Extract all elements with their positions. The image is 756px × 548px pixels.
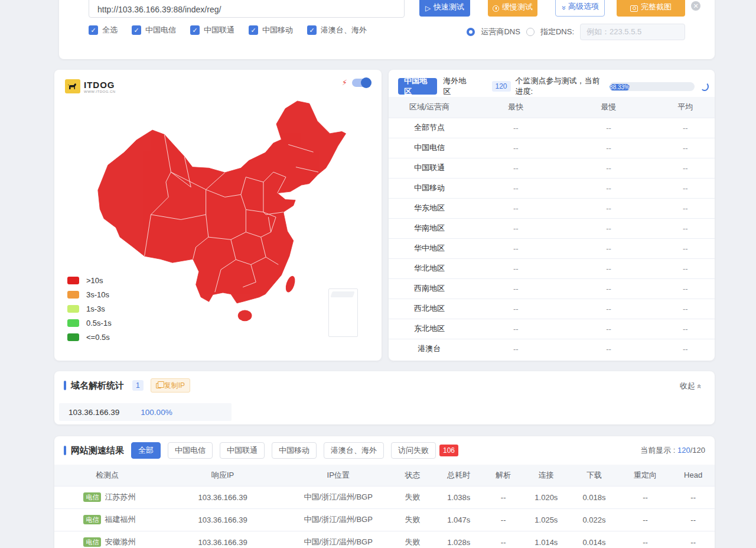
checkbox-checked-icon: ✓ <box>307 25 317 35</box>
radio-carrier-dns[interactable] <box>467 28 475 36</box>
filter-mobile-button[interactable]: 中国移动 <box>272 442 317 459</box>
play-icon: ▷ <box>425 4 431 12</box>
legend-item: >10s <box>67 276 112 285</box>
filter-all-button[interactable]: 全部 <box>131 442 161 459</box>
results-table: 检测点 响应IP IP位置 状态 总耗时 解析 连接 下载 重定向 Head 电… <box>54 465 715 548</box>
slow-test-label: 缓慢测试 <box>502 2 533 12</box>
status-badge: 失败 <box>391 508 434 531</box>
result-row[interactable]: 电信江苏苏州 103.36.166.39 中国/浙江/温州/BGP 失败 1.0… <box>54 486 715 508</box>
hainan-island <box>238 310 252 322</box>
col-fastest: 最快 <box>470 97 562 118</box>
taiwan-island <box>284 275 297 294</box>
progress-label: 个监测点参与测试，当前进度: <box>516 76 607 97</box>
dns-stats-card: 域名解析统计 1 复制IP 收起 « 103.36.166.39 100.00% <box>54 371 715 424</box>
clock-icon <box>493 5 499 12</box>
checkbox-select-all[interactable]: ✓全选 <box>89 25 118 35</box>
quick-test-button[interactable]: ▷ 快速测试 <box>419 0 470 17</box>
dns-stats-title: 域名解析统计 <box>71 380 124 391</box>
tab-overseas-region[interactable]: 海外地区 <box>437 78 476 95</box>
url-input[interactable]: http://103.36.166.39:88/index/reg/ <box>89 0 405 18</box>
custom-dns-input[interactable]: 例如：223.5.5.5 <box>580 24 685 40</box>
result-row[interactable]: 电信安徽滁州 103.36.166.39 中国/浙江/温州/BGP 失败 1.0… <box>54 531 715 548</box>
table-row[interactable]: 中国联通------ <box>389 158 715 178</box>
china-map-card: ITDOG WWW.ITDOG.CN ⚡ <box>54 70 382 361</box>
copy-icon <box>156 383 161 388</box>
legend-swatch <box>67 319 79 327</box>
legend-swatch <box>67 291 79 299</box>
china-map[interactable] <box>91 91 351 338</box>
col-average: 平均 <box>656 97 715 118</box>
region-stats-table: 区域/运营商 最快 最慢 平均 全部节点------ 中国电信------ 中国… <box>389 97 715 359</box>
filter-failed-button[interactable]: 访问失败 <box>391 442 436 459</box>
slow-test-button[interactable]: 缓慢测试 <box>488 0 537 17</box>
table-header-row: 区域/运营商 最快 最慢 平均 <box>389 97 715 118</box>
speed-results-card: 网站测速结果 全部 中国电信 中国联通 中国移动 港澳台、海外 访问失败 106… <box>54 436 715 548</box>
checkbox-checked-icon: ✓ <box>89 25 98 35</box>
chevron-down-icon: « <box>559 6 567 10</box>
resolved-ip-row[interactable]: 103.36.166.39 100.00% <box>59 403 232 421</box>
table-row[interactable]: 全部节点------ <box>389 118 715 138</box>
table-row[interactable]: 港澳台------ <box>389 339 715 359</box>
results-header-row: 检测点 响应IP IP位置 状态 总耗时 解析 连接 下载 重定向 Head <box>54 465 715 486</box>
col-region: 区域/运营商 <box>389 97 470 118</box>
map-tools: ⚡ <box>342 78 371 87</box>
camera-icon <box>630 5 638 12</box>
logo-title: ITDOG <box>84 80 116 90</box>
lightning-icon: ⚡ <box>342 78 347 87</box>
quick-test-label: 快速测试 <box>434 2 464 12</box>
table-row[interactable]: 华北地区------ <box>389 258 715 278</box>
display-count: 当前显示 : 120/120 <box>640 445 705 456</box>
isp-badge: 电信 <box>83 515 101 524</box>
radio-custom-dns[interactable] <box>526 28 535 36</box>
table-row[interactable]: 华中地区------ <box>389 238 715 258</box>
collapse-link[interactable]: 收起 « <box>680 381 702 391</box>
legend-item: 3s-10s <box>67 290 112 299</box>
dns-stats-header: 域名解析统计 1 复制IP <box>64 378 190 393</box>
checkbox-china-telecom[interactable]: ✓中国电信 <box>132 25 176 35</box>
legend-swatch <box>67 305 79 313</box>
test-control-card: http://103.36.166.39:88/index/reg/ ✕ ▷ 快… <box>59 0 715 59</box>
tab-china-region[interactable]: 中国地区 <box>398 78 437 95</box>
checkbox-checked-icon: ✓ <box>132 25 141 35</box>
result-row[interactable]: 电信福建福州 103.36.166.39 中国/浙江/温州/BGP 失败 1.0… <box>54 508 715 531</box>
col-resolve: 解析 <box>484 465 523 486</box>
table-row[interactable]: 中国电信------ <box>389 138 715 158</box>
map-animation-toggle[interactable] <box>352 79 371 87</box>
section-accent-bar <box>64 446 66 455</box>
table-row[interactable]: 华东地区------ <box>389 198 715 218</box>
table-row[interactable]: 华南地区------ <box>389 218 715 238</box>
isp-checkbox-row: ✓全选 ✓中国电信 ✓中国联通 ✓中国移动 ✓港澳台、海外 <box>89 25 367 35</box>
custom-dns-label: 指定DNS: <box>540 27 574 37</box>
url-value: http://103.36.166.39:88/index/reg/ <box>97 5 221 14</box>
table-row[interactable]: 西北地区------ <box>389 299 715 319</box>
filter-unicom-button[interactable]: 中国联通 <box>220 442 265 459</box>
col-status: 状态 <box>391 465 434 486</box>
col-redirect: 重定向 <box>619 465 672 486</box>
checkbox-hmt-overseas[interactable]: ✓港澳台、海外 <box>307 25 367 35</box>
advanced-options-button[interactable]: « 高级选项 <box>555 0 605 17</box>
col-response-ip: 响应IP <box>160 465 285 486</box>
status-badge: 失败 <box>391 531 434 548</box>
checkbox-checked-icon: ✓ <box>249 25 258 35</box>
progress-fill: 88.33% <box>610 84 630 90</box>
checkbox-china-mobile[interactable]: ✓中国移动 <box>249 25 293 35</box>
checkbox-china-unicom[interactable]: ✓中国联通 <box>190 25 234 35</box>
region-stats-card: 中国地区 海外地区 120 个监测点参与测试，当前进度: 88.33% 区域/运… <box>389 70 715 361</box>
filter-hmt-overseas-button[interactable]: 港澳台、海外 <box>324 442 384 459</box>
legend-item: 1s-3s <box>67 304 112 313</box>
filter-telecom-button[interactable]: 中国电信 <box>168 442 213 459</box>
legend-swatch <box>67 277 79 284</box>
full-screenshot-button[interactable]: 完整截图 <box>617 0 685 17</box>
chevron-double-up-icon: « <box>696 384 703 388</box>
copy-ip-button[interactable]: 复制IP <box>151 378 190 393</box>
clear-url-icon[interactable]: ✕ <box>691 1 700 11</box>
results-header: 网站测速结果 全部 中国电信 中国联通 中国移动 港澳台、海外 访问失败 106… <box>64 442 705 459</box>
full-screenshot-label: 完整截图 <box>641 2 672 12</box>
table-row[interactable]: 中国移动------ <box>389 178 715 198</box>
region-card-header: 中国地区 海外地区 120 个监测点参与测试，当前进度: 88.33% <box>398 76 709 97</box>
table-row[interactable]: 东北地区------ <box>389 319 715 339</box>
isp-badge: 电信 <box>83 492 101 502</box>
dog-icon <box>65 79 80 93</box>
status-badge: 失败 <box>391 486 434 508</box>
table-row[interactable]: 西南地区------ <box>389 278 715 299</box>
